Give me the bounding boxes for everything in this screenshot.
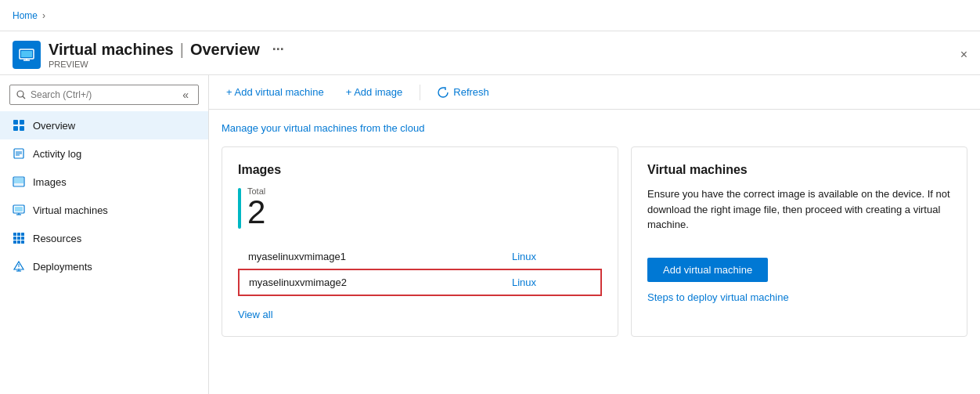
refresh-label: Refresh — [453, 86, 489, 98]
image-name: myaselinuxvmimage1 — [239, 244, 503, 269]
header-view-text: Overview — [190, 41, 260, 59]
add-vm-button[interactable]: Add virtual machine — [647, 258, 768, 282]
refresh-icon — [438, 87, 449, 98]
collapse-sidebar-button[interactable]: « — [179, 89, 192, 101]
sidebar-item-virtual-machines[interactable]: Virtual machines — [0, 196, 208, 224]
sidebar-item-resources[interactable]: Resources — [0, 224, 208, 252]
image-name: myaselinuxvmimage2 — [239, 269, 503, 295]
activity-log-icon — [13, 147, 25, 160]
table-row-highlighted[interactable]: myaselinuxvmimage2 Linux — [239, 269, 601, 295]
table-row[interactable]: myaselinuxvmimage1 Linux — [239, 244, 601, 269]
search-input[interactable] — [31, 89, 175, 100]
svg-point-4 — [17, 91, 23, 97]
add-virtual-machine-button[interactable]: + Add virtual machine — [222, 83, 329, 101]
sidebar-label-resources: Resources — [33, 233, 81, 244]
svg-rect-1 — [21, 51, 32, 57]
total-count-row: Total 2 — [238, 186, 602, 229]
page-icon — [13, 41, 41, 69]
image-type: Linux — [503, 269, 601, 295]
header-separator: | — [180, 41, 184, 59]
sidebar-item-activity-log[interactable]: Activity log — [0, 139, 208, 168]
main-layout: « Overview Act — [0, 75, 980, 394]
svg-rect-23 — [21, 233, 24, 236]
image-type: Linux — [503, 244, 601, 269]
add-image-button[interactable]: + Add image — [341, 83, 408, 101]
refresh-button[interactable]: Refresh — [433, 83, 494, 101]
svg-rect-16 — [14, 178, 23, 183]
svg-rect-21 — [13, 233, 16, 236]
count-block: Total 2 — [247, 186, 265, 229]
count-bar — [238, 188, 241, 229]
toolbar: + Add virtual machine + Add image Refres… — [209, 75, 980, 110]
resources-icon — [13, 232, 25, 244]
page-subtitle: Manage your virtual machines from the cl… — [222, 122, 967, 134]
content-area: + Add virtual machine + Add image Refres… — [209, 75, 980, 394]
svg-rect-27 — [13, 240, 16, 244]
steps-to-deploy-link[interactable]: Steps to deploy virtual machine — [647, 291, 789, 303]
breadcrumb-separator: › — [42, 10, 45, 21]
svg-rect-9 — [20, 126, 24, 131]
sidebar-item-deployments[interactable]: Deployments — [0, 252, 208, 280]
breadcrumb-home[interactable]: Home — [13, 10, 38, 21]
header-title-text: Virtual machines — [49, 41, 174, 59]
header-subtitle: PREVIEW — [49, 60, 284, 69]
toolbar-divider — [420, 85, 420, 100]
svg-rect-8 — [13, 126, 18, 131]
svg-rect-6 — [13, 120, 18, 125]
sidebar-item-overview[interactable]: Overview — [0, 111, 208, 139]
total-count: 2 — [247, 196, 265, 229]
images-icon — [13, 175, 25, 188]
breadcrumb: Home › — [13, 10, 45, 21]
sidebar-label-deployments: Deployments — [33, 261, 92, 273]
svg-rect-18 — [15, 207, 23, 211]
sidebar-label-virtual-machines: Virtual machines — [33, 204, 108, 216]
cards-row: Images Total 2 myaselinuxvmimage1 Linux — [222, 146, 967, 337]
search-icon — [16, 90, 26, 99]
sidebar-item-images[interactable]: Images — [0, 168, 208, 196]
svg-rect-29 — [21, 240, 24, 244]
page-header: Virtual machines | Overview ··· PREVIEW … — [0, 31, 980, 75]
vm-icon — [19, 47, 34, 63]
header-title: Virtual machines | Overview ··· — [49, 41, 284, 59]
search-box[interactable]: « — [9, 85, 199, 105]
svg-rect-22 — [17, 233, 20, 236]
images-card-title: Images — [238, 163, 602, 177]
sidebar-label-activity-log: Activity log — [33, 148, 81, 160]
image-list: myaselinuxvmimage1 Linux myaselinuxvmima… — [238, 244, 602, 296]
svg-rect-26 — [21, 237, 24, 240]
content-body: Manage your virtual machines from the cl… — [209, 110, 980, 349]
vm-card: Virtual machines Ensure you have the cor… — [631, 146, 967, 337]
deployments-icon — [13, 260, 25, 273]
vm-description: Ensure you have the correct image is ava… — [647, 186, 951, 233]
images-card: Images Total 2 myaselinuxvmimage1 Linux — [222, 146, 618, 337]
svg-point-31 — [18, 268, 19, 269]
header-title-block: Virtual machines | Overview ··· PREVIEW — [49, 41, 284, 69]
svg-rect-7 — [20, 120, 24, 125]
svg-rect-25 — [17, 237, 20, 240]
sidebar-label-overview: Overview — [33, 120, 75, 132]
close-button[interactable]: × — [960, 48, 967, 62]
svg-line-5 — [23, 96, 25, 99]
overview-icon — [13, 119, 25, 132]
svg-rect-24 — [13, 237, 16, 240]
view-all-button[interactable]: View all — [238, 309, 273, 320]
sidebar-label-images: Images — [33, 176, 67, 188]
breadcrumb-bar: Home › — [0, 0, 980, 31]
virtual-machines-icon — [13, 204, 25, 216]
svg-rect-28 — [17, 240, 20, 244]
vm-card-title: Virtual machines — [647, 163, 951, 177]
header-more-button[interactable]: ··· — [272, 42, 284, 58]
sidebar: « Overview Act — [0, 75, 209, 394]
